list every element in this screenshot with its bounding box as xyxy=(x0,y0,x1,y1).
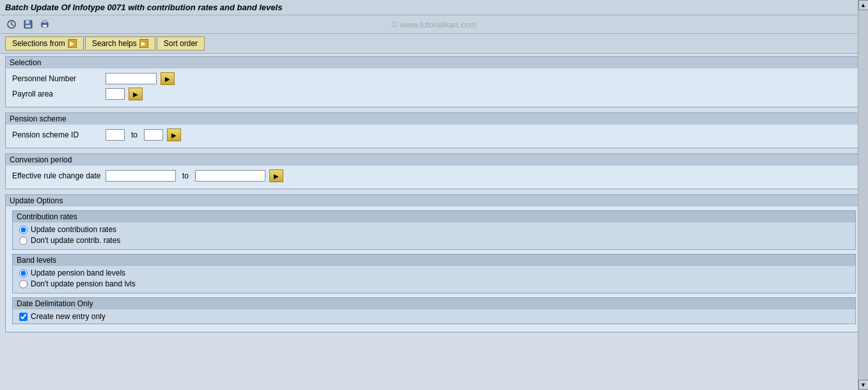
selection-body: Personnel Number ▶ Payroll area ▶ xyxy=(6,68,862,107)
payroll-area-input[interactable] xyxy=(106,88,125,100)
band-levels-subsection: Band levels Update pension band levels D… xyxy=(12,254,856,293)
svg-line-2 xyxy=(12,24,13,26)
conversion-period-body: Effective rule change date to ▶ xyxy=(6,166,862,189)
main-content: Selection Personnel Number ▶ Payroll are… xyxy=(0,54,868,386)
conversion-period-section: Conversion period Effective rule change … xyxy=(5,153,863,189)
tab-selections[interactable]: Selections from ▶ xyxy=(5,36,84,51)
band-levels-body: Update pension band levels Don't update … xyxy=(13,266,855,293)
tab-search-label: Search helps xyxy=(92,39,137,48)
tab-search-arrow: ▶ xyxy=(139,39,148,48)
update-band-label: Update pension band levels xyxy=(31,269,125,277)
personnel-number-input[interactable] xyxy=(106,73,157,84)
dont-update-contrib-radio[interactable] xyxy=(19,237,28,245)
dont-update-band-radio-row: Don't update pension band lvls xyxy=(19,279,849,288)
selection-header: Selection xyxy=(6,57,862,68)
scroll-down-arrow[interactable]: ▼ xyxy=(858,380,869,386)
svg-rect-8 xyxy=(43,25,47,27)
effective-rule-row: Effective rule change date to ▶ xyxy=(12,169,856,182)
toolbar: © www.tutorialkart.com xyxy=(0,15,868,34)
date-delimitation-subsection: Date Delimitation Only Create new entry … xyxy=(12,297,856,324)
tab-sort[interactable]: Sort order xyxy=(157,36,205,51)
band-levels-header: Band levels xyxy=(13,254,855,266)
tab-selections-label: Selections from xyxy=(12,39,65,48)
date-delimitation-body: Create new entry only xyxy=(13,309,855,324)
pension-scheme-id-label: Pension scheme ID xyxy=(12,130,102,139)
tab-selections-arrow: ▶ xyxy=(68,39,77,48)
effective-rule-from[interactable] xyxy=(106,170,176,182)
update-contrib-radio[interactable] xyxy=(19,226,28,234)
pension-scheme-id-to[interactable] xyxy=(144,129,163,141)
scroll-up-arrow[interactable]: ▲ xyxy=(858,0,869,10)
update-contrib-label: Update contribution rates xyxy=(31,225,116,234)
scrollbar: ▲ ▼ xyxy=(858,0,868,386)
to-label-conversion: to xyxy=(182,171,189,180)
update-options-body: Contribution rates Update contribution r… xyxy=(6,207,862,332)
effective-rule-label: Effective rule change date xyxy=(12,171,102,180)
contribution-rates-header: Contribution rates xyxy=(13,211,855,222)
create-new-entry-row: Create new entry only xyxy=(19,312,849,321)
update-options-header: Update Options xyxy=(6,195,862,207)
update-band-radio-row: Update pension band levels xyxy=(19,269,849,277)
to-label-pension: to xyxy=(131,130,138,139)
update-band-radio[interactable] xyxy=(19,269,28,277)
scroll-track[interactable] xyxy=(859,10,868,380)
effective-rule-to[interactable] xyxy=(195,170,265,182)
pension-scheme-section: Pension scheme Pension scheme ID to ▶ xyxy=(5,113,863,148)
personnel-number-arrow-btn[interactable]: ▶ xyxy=(161,72,175,85)
tab-bar: Selections from ▶ Search helps ▶ Sort or… xyxy=(0,34,868,54)
payroll-area-row: Payroll area ▶ xyxy=(12,88,856,100)
page-title: Batch Update Of Infotype 0071 with contr… xyxy=(5,3,282,12)
svg-rect-7 xyxy=(43,20,47,23)
dont-update-contrib-label: Don't update contrib. rates xyxy=(31,236,120,245)
clock-icon[interactable] xyxy=(5,18,18,31)
pension-scheme-body: Pension scheme ID to ▶ xyxy=(6,125,862,148)
create-new-entry-label: Create new entry only xyxy=(31,312,106,321)
payroll-area-arrow-btn[interactable]: ▶ xyxy=(129,88,143,100)
create-new-entry-checkbox[interactable] xyxy=(19,313,28,321)
payroll-area-label: Payroll area xyxy=(12,90,102,98)
title-bar: Batch Update Of Infotype 0071 with contr… xyxy=(0,0,868,15)
effective-rule-arrow-btn[interactable]: ▶ xyxy=(269,169,283,182)
personnel-number-label: Personnel Number xyxy=(12,74,102,83)
pension-scheme-header: Pension scheme xyxy=(6,113,862,125)
save-icon[interactable] xyxy=(22,18,35,31)
contribution-rates-body: Update contribution rates Don't update c… xyxy=(13,222,855,249)
pension-scheme-id-from[interactable] xyxy=(106,129,125,141)
tab-search[interactable]: Search helps ▶ xyxy=(85,36,155,51)
svg-rect-5 xyxy=(26,25,31,27)
tab-sort-label: Sort order xyxy=(164,39,198,48)
personnel-number-row: Personnel Number ▶ xyxy=(12,72,856,85)
conversion-period-header: Conversion period xyxy=(6,154,862,166)
svg-rect-4 xyxy=(26,20,29,24)
update-options-section: Update Options Contribution rates Update… xyxy=(5,194,863,332)
pension-scheme-id-row: Pension scheme ID to ▶ xyxy=(12,129,856,141)
update-contrib-radio-row: Update contribution rates xyxy=(19,225,849,234)
contribution-rates-subsection: Contribution rates Update contribution r… xyxy=(12,210,856,250)
selection-section: Selection Personnel Number ▶ Payroll are… xyxy=(5,56,863,107)
pension-scheme-arrow-btn[interactable]: ▶ xyxy=(167,129,181,141)
dont-update-band-radio[interactable] xyxy=(19,280,28,288)
dont-update-band-label: Don't update pension band lvls xyxy=(31,279,136,288)
dont-update-contrib-radio-row: Don't update contrib. rates xyxy=(19,236,849,245)
print-icon[interactable] xyxy=(38,18,51,31)
watermark: © www.tutorialkart.com xyxy=(391,20,477,29)
date-delimitation-header: Date Delimitation Only xyxy=(13,298,855,309)
